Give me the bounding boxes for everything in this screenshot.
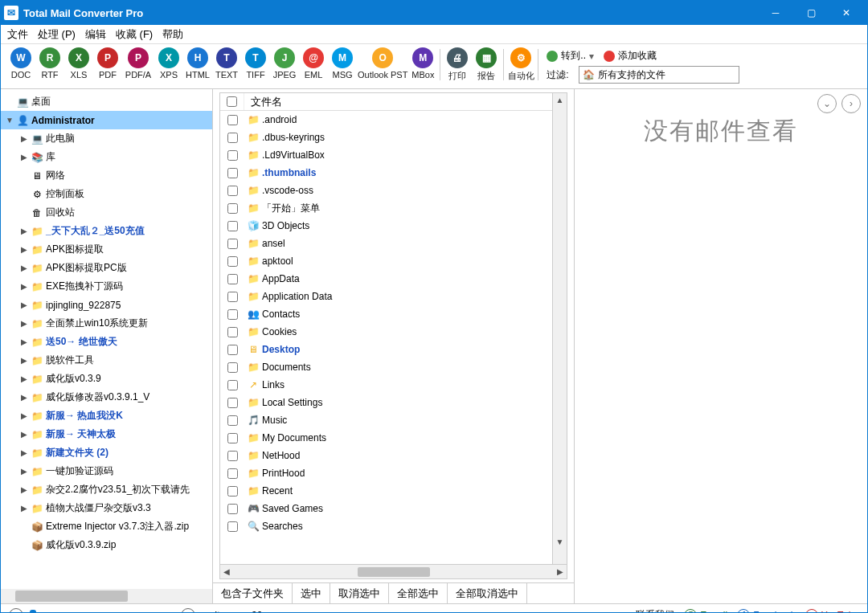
list-item[interactable]: 📁Local Settings xyxy=(220,394,552,411)
menu-收藏 (F)[interactable]: 收藏 (F) xyxy=(116,27,153,42)
row-checkbox[interactable] xyxy=(227,504,238,514)
email-link[interactable]: @E-mail xyxy=(684,609,727,614)
tree-item[interactable]: ▶📁全面禁止win10系统更新 xyxy=(1,314,212,333)
toolbar-rtf[interactable]: RRTF xyxy=(36,47,63,80)
list-item[interactable]: 📁Recent xyxy=(220,482,552,500)
tree-item[interactable]: ▶📁新建文件夹 (2) xyxy=(1,443,212,462)
toolbar-html[interactable]: HHTML xyxy=(184,47,211,80)
tree-item[interactable]: ⚙控制面板 xyxy=(1,185,212,203)
toolbar-jpeg[interactable]: JJPEG xyxy=(271,47,298,80)
maximize-button[interactable]: ▢ xyxy=(793,1,829,25)
tree-item[interactable]: ▶📁EXE拖拽补丁源码 xyxy=(1,277,212,296)
list-item[interactable]: 📁Application Data xyxy=(220,288,552,305)
list-item[interactable]: 📁Documents xyxy=(220,358,552,376)
toolbar-自动化[interactable]: ⚙自动化 xyxy=(507,47,534,82)
tree-item[interactable]: ▶📁杂交2.2腐竹v23.51_初次下载请先 xyxy=(1,480,212,499)
toolbar-doc[interactable]: WDOC xyxy=(7,47,35,80)
tree-item[interactable]: 📦Extreme Injector v3.7.3注入器.zip xyxy=(1,517,212,536)
row-checkbox[interactable] xyxy=(227,168,238,178)
list-vscrollbar[interactable]: ▲▼ xyxy=(553,92,567,565)
menu-处理 (P)[interactable]: 处理 (P) xyxy=(38,27,76,42)
list-action[interactable]: 全部取消选中 xyxy=(448,583,527,603)
toolbar-msg[interactable]: MMSG xyxy=(329,47,356,80)
tree-item[interactable]: ▶📚库 xyxy=(1,148,212,166)
list-item[interactable]: 📁ansel xyxy=(220,235,552,252)
menu-文件[interactable]: 文件 xyxy=(7,27,28,42)
tree-item[interactable]: ▶📁威化版修改器v0.3.9.1_V xyxy=(1,388,212,407)
tree-item[interactable]: ▼👤Administrator xyxy=(1,111,212,129)
row-checkbox[interactable] xyxy=(227,433,238,443)
tree-item[interactable]: ▶📁新服→ 热血我没K xyxy=(1,407,212,425)
list-item[interactable]: 📁PrintHood xyxy=(220,464,552,482)
row-checkbox[interactable] xyxy=(227,150,238,161)
toolbar-pdf/a[interactable]: PPDF/A xyxy=(123,47,154,80)
add-favorite-button[interactable]: 添加收藏 xyxy=(604,49,657,63)
tree-item[interactable]: 📦威化版v0.3.9.zip xyxy=(1,536,212,554)
preview-collapse-button[interactable]: ⌄ xyxy=(817,94,837,113)
row-checkbox[interactable] xyxy=(227,115,238,125)
row-checkbox[interactable] xyxy=(227,309,238,320)
tree-hscrollbar[interactable] xyxy=(1,589,212,603)
youtube-link[interactable]: ▶YouTube xyxy=(805,609,859,614)
toolbar-text[interactable]: TTEXT xyxy=(213,47,240,80)
row-checkbox[interactable] xyxy=(227,292,238,302)
row-checkbox[interactable] xyxy=(227,451,238,461)
row-checkbox[interactable] xyxy=(227,345,238,355)
goto-button[interactable]: 转到..▾ xyxy=(547,49,594,63)
tree-item[interactable]: ▶📁威化版v0.3.9 xyxy=(1,370,212,388)
row-checkbox[interactable] xyxy=(227,256,238,267)
list-item[interactable]: 📁.vscode-oss xyxy=(220,182,552,199)
toolbar-xls[interactable]: XXLS xyxy=(65,47,92,80)
tree-item[interactable]: ▶📁一键加验证源码 xyxy=(1,462,212,480)
list-item[interactable]: 🎮Saved Games xyxy=(220,500,552,517)
row-checkbox[interactable] xyxy=(227,239,238,249)
tree-item[interactable]: ▶📁植物大战僵尸杂交版v3.3 xyxy=(1,499,212,517)
toolbar-outlook pst[interactable]: OOutlook PST xyxy=(358,47,407,80)
facebook-link[interactable]: fFacebook xyxy=(737,609,796,614)
zoom-in-button[interactable]: + xyxy=(181,608,195,614)
row-checkbox[interactable] xyxy=(227,486,238,497)
menu-编辑[interactable]: 编辑 xyxy=(85,27,106,42)
toolbar-xps[interactable]: XXPS xyxy=(155,47,182,80)
tree-item[interactable]: ▶📁脱软件工具 xyxy=(1,351,212,370)
row-checkbox[interactable] xyxy=(227,468,238,479)
menu-帮助[interactable]: 帮助 xyxy=(162,27,183,42)
tree-item[interactable]: ▶📁新服→ 天神太极 xyxy=(1,425,212,443)
tree-item[interactable]: ▶📁_天下大乱２_送50充值 xyxy=(1,222,212,240)
toolbar-mbox[interactable]: MMBox xyxy=(409,47,436,80)
row-checkbox[interactable] xyxy=(227,362,238,373)
list-action[interactable]: 取消选中 xyxy=(330,583,389,603)
list-item[interactable]: 📁.android xyxy=(220,111,552,129)
row-checkbox[interactable] xyxy=(227,415,238,426)
tree-item[interactable]: 🖥网络 xyxy=(1,166,212,185)
toolbar-打印[interactable]: 🖨打印 xyxy=(444,47,471,82)
file-list[interactable]: 📁.android📁.dbus-keyrings📁.Ld9VirtualBox📁… xyxy=(220,111,552,564)
list-item[interactable]: 📁「开始」菜单 xyxy=(220,199,552,217)
toolbar-报告[interactable]: ▦报告 xyxy=(473,47,500,82)
list-item[interactable]: 📁.thumbnails xyxy=(220,164,552,182)
list-item[interactable]: 👥Contacts xyxy=(220,305,552,323)
list-item[interactable]: 🧊3D Objects xyxy=(220,217,552,235)
close-button[interactable]: ✕ xyxy=(829,1,864,25)
row-checkbox[interactable] xyxy=(227,521,238,532)
row-checkbox[interactable] xyxy=(227,274,238,284)
toolbar-eml[interactable]: @EML xyxy=(300,47,327,80)
toolbar-tiff[interactable]: TTIFF xyxy=(242,47,269,80)
list-action[interactable]: 选中 xyxy=(293,583,330,603)
tree-item[interactable]: ▶📁送50→ 绝世傲天 xyxy=(1,333,212,351)
list-item[interactable]: 📁.dbus-keyrings xyxy=(220,129,552,146)
row-checkbox[interactable] xyxy=(227,327,238,337)
tree-item[interactable]: ▶📁APK图标提取 xyxy=(1,240,212,259)
tree-item[interactable]: ▶📁ipjingling_922875 xyxy=(1,296,212,314)
list-item[interactable]: 🎵Music xyxy=(220,411,552,429)
list-item[interactable]: 📁.Ld9VirtualBox xyxy=(220,146,552,164)
list-item[interactable]: 📁My Documents xyxy=(220,429,552,447)
folder-tree[interactable]: 💻桌面▼👤Administrator▶💻此电脑▶📚库🖥网络⚙控制面板🗑回收站▶📁… xyxy=(1,89,212,589)
list-item[interactable]: 🔍Searches xyxy=(220,517,552,535)
list-item[interactable]: ↗Links xyxy=(220,376,552,394)
row-checkbox[interactable] xyxy=(227,133,238,143)
list-item[interactable]: 📁NetHood xyxy=(220,447,552,464)
column-filename[interactable]: 文件名 xyxy=(244,95,282,109)
zoom-out-button[interactable]: − xyxy=(9,608,23,614)
list-item[interactable]: 📁AppData xyxy=(220,270,552,288)
